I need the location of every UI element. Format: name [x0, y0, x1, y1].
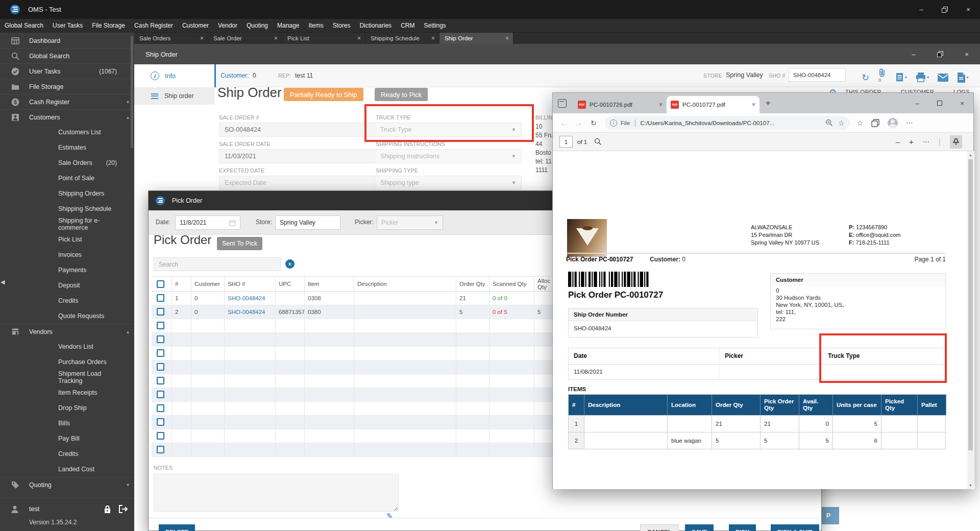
- scroll-up-icon[interactable]: ▲: [967, 153, 974, 157]
- print-icon[interactable]: ▾: [916, 73, 929, 82]
- favorites-icon[interactable]: ☆: [857, 119, 864, 127]
- edit-notes-icon[interactable]: ✎: [386, 512, 393, 521]
- document-tab[interactable]: Shipping Schedule ×: [365, 33, 439, 44]
- shipping-instructions-select[interactable]: Shipping Instructions▼: [375, 149, 522, 163]
- sidebar-item[interactable]: Credits: [0, 446, 134, 462]
- sidebar-item[interactable]: User Tasks (1067): [0, 63, 134, 79]
- sidebar-item[interactable]: Bills: [0, 416, 134, 431]
- menu-item[interactable]: Vendor: [213, 19, 242, 33]
- sidebar-item[interactable]: Sale Orders (20): [0, 155, 134, 171]
- search-input[interactable]: [154, 257, 281, 271]
- sidebar-item[interactable]: Pick List: [0, 232, 134, 247]
- row-checkbox[interactable]: [157, 349, 164, 357]
- sidebar-item[interactable]: Pay Bill: [0, 431, 134, 446]
- select-all-checkbox[interactable]: [157, 280, 164, 288]
- sidebar-item[interactable]: Landed Cost: [0, 462, 134, 477]
- sidebar-item[interactable]: Vendors ▴: [0, 324, 134, 339]
- sidebar-item[interactable]: Customers List: [0, 125, 134, 140]
- row-checkbox[interactable]: [157, 391, 164, 398]
- cell-sho-link[interactable]: SHO-0048424: [225, 292, 276, 305]
- ship-window-restore-button[interactable]: [927, 44, 953, 64]
- sidebar-item[interactable]: Global Search: [0, 48, 134, 63]
- sidebar-item[interactable]: Dashboard: [0, 33, 134, 48]
- tab-actions-icon[interactable]: [558, 99, 567, 108]
- nav-item-info[interactable]: i Info: [134, 64, 214, 87]
- tab-close-icon[interactable]: ×: [200, 35, 204, 42]
- cell-sho-link[interactable]: [225, 416, 276, 429]
- refresh-icon[interactable]: ↻: [862, 72, 869, 83]
- sidebar-collapse-arrow[interactable]: ◀: [1, 279, 5, 285]
- sidebar-item[interactable]: Vendors List: [0, 339, 134, 354]
- pdf-scrollbar-thumb[interactable]: [968, 159, 973, 450]
- pick-and-ship-button[interactable]: PICK & SHIP: [771, 524, 819, 531]
- pdf-scrollbar[interactable]: ▲ ▼: [967, 151, 974, 489]
- browser-tab[interactable]: PDF PC-0010726.pdf ×: [574, 96, 667, 113]
- row-checkbox[interactable]: [157, 446, 164, 453]
- collections-icon[interactable]: [871, 119, 879, 127]
- document-tab[interactable]: Sale Order ×: [208, 33, 282, 44]
- logout-icon[interactable]: [118, 505, 128, 513]
- zoom-out-icon[interactable]: [825, 119, 833, 127]
- menu-item[interactable]: Settings: [419, 19, 450, 33]
- row-checkbox[interactable]: [157, 363, 164, 371]
- cell-sho-link[interactable]: [225, 429, 276, 443]
- sidebar-item[interactable]: $ Cash Register ▾: [0, 94, 134, 109]
- tab-close-icon[interactable]: ×: [505, 35, 509, 42]
- ship-window-close-button[interactable]: ×: [953, 44, 980, 64]
- menu-item[interactable]: Items: [304, 19, 328, 33]
- address-bar[interactable]: i File | C:/Users/Karina_Shchitova/Downl…: [605, 116, 850, 130]
- browser-maximize-button[interactable]: [928, 93, 951, 113]
- lock-icon[interactable]: [104, 505, 111, 514]
- row-checkbox[interactable]: [157, 404, 164, 412]
- tab-close-icon[interactable]: ×: [357, 35, 361, 42]
- notes-textarea[interactable]: [154, 474, 399, 512]
- email-icon[interactable]: [938, 74, 948, 82]
- sidebar-item[interactable]: Deposit: [0, 278, 134, 293]
- minimize-button[interactable]: –: [910, 0, 933, 19]
- sidebar-item[interactable]: Point of Sale: [0, 171, 134, 186]
- document-tab[interactable]: Ship Order ×: [439, 33, 513, 44]
- menu-item[interactable]: File Storage: [87, 19, 130, 33]
- menu-item[interactable]: Manage: [273, 19, 304, 33]
- sidebar-item[interactable]: Quoting ▾: [0, 477, 134, 492]
- date-input[interactable]: 11/8/2021: [175, 215, 240, 230]
- browser-close-button[interactable]: ×: [951, 93, 973, 113]
- document-icon[interactable]: ▾: [957, 73, 968, 83]
- sidebar-item[interactable]: Invoices: [0, 247, 134, 262]
- add-favorite-icon[interactable]: ☆: [838, 119, 845, 127]
- profile-avatar[interactable]: [888, 118, 898, 128]
- sidebar-item[interactable]: Shipping Schedule: [0, 201, 134, 216]
- sidebar-item[interactable]: File Storage: [0, 79, 134, 94]
- row-checkbox[interactable]: [157, 377, 164, 384]
- cell-sho-link[interactable]: [225, 333, 276, 346]
- cell-sho-link[interactable]: [225, 347, 276, 360]
- reload-icon[interactable]: ↻: [591, 119, 597, 127]
- back-icon[interactable]: ←: [560, 118, 568, 127]
- attachment-icon[interactable]: 0: [878, 68, 887, 87]
- row-checkbox[interactable]: [157, 308, 164, 316]
- row-checkbox[interactable]: [157, 294, 164, 302]
- row-checkbox[interactable]: [157, 322, 164, 329]
- menu-item[interactable]: Customer: [178, 19, 213, 33]
- sidebar-item[interactable]: Drop Ship: [0, 400, 134, 416]
- document-tab[interactable]: Pick List ×: [282, 33, 365, 44]
- tab-close-icon[interactable]: ×: [431, 35, 435, 42]
- sidebar-item[interactable]: Quote Requests: [0, 308, 134, 324]
- menu-item[interactable]: Dictionaries: [355, 19, 396, 33]
- menu-item[interactable]: CRM: [396, 19, 419, 33]
- ship-window-minimize-button[interactable]: –: [900, 44, 927, 64]
- store-input[interactable]: Spring Valley: [275, 215, 340, 230]
- tab-close-icon[interactable]: ×: [659, 101, 663, 108]
- browser-minimize-button[interactable]: –: [906, 93, 928, 113]
- sidebar-item[interactable]: Payments: [0, 262, 134, 278]
- forward-icon[interactable]: →: [575, 118, 582, 127]
- pin-toolbar-icon[interactable]: [950, 135, 962, 149]
- cell-sho-link[interactable]: [225, 360, 276, 374]
- delete-button[interactable]: DELETE: [159, 524, 195, 531]
- new-tab-icon[interactable]: +: [766, 99, 770, 108]
- cell-sho-link[interactable]: [225, 443, 276, 456]
- cell-sho-link[interactable]: [225, 374, 276, 388]
- menu-item[interactable]: Stores: [328, 19, 355, 33]
- page-number-input[interactable]: [559, 136, 573, 148]
- cell-sho-link[interactable]: [225, 388, 276, 401]
